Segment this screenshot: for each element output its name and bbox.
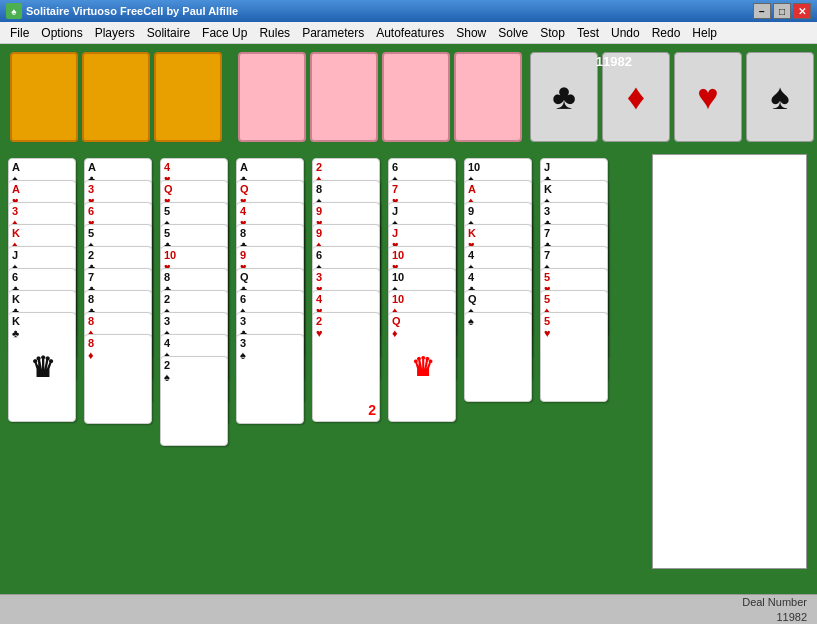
card-column-4[interactable]: A♣ Q♥ 4♥ 8♣ 9♥ Q♣ 6♦ 3♣ 3♠ bbox=[236, 158, 308, 578]
menu-stop[interactable]: Stop bbox=[534, 24, 571, 42]
menu-help[interactable]: Help bbox=[686, 24, 723, 42]
menu-show[interactable]: Show bbox=[450, 24, 492, 42]
menu-rules[interactable]: Rules bbox=[253, 24, 296, 42]
menu-faceup[interactable]: Face Up bbox=[196, 24, 253, 42]
freecell-slot-1[interactable] bbox=[10, 52, 78, 142]
card-face[interactable]: Q♦ ♛ bbox=[388, 312, 456, 422]
foundation-slot-4[interactable] bbox=[454, 52, 522, 142]
suit-display: ♣ ♦ ♥ ♠ bbox=[530, 52, 814, 142]
freecell-slot-2[interactable] bbox=[82, 52, 150, 142]
card-face[interactable]: K♣ ♛ bbox=[8, 312, 76, 422]
card-column-8[interactable]: J♣ K♠ 3♣ 7♣ 7♠ 5♥ 5♦ 5♥ bbox=[540, 158, 612, 578]
foundation-slot-3[interactable] bbox=[382, 52, 450, 142]
card[interactable]: 8♦ bbox=[84, 334, 152, 424]
menu-undo[interactable]: Undo bbox=[605, 24, 646, 42]
menu-test[interactable]: Test bbox=[571, 24, 605, 42]
card[interactable]: 2♥ 2 bbox=[312, 312, 380, 422]
columns-area: A♠A♠ A♥ 3♦ K♦ J♠ 6♣ K♣ K♣ ♛ A♣ 3♥ 6♥ 5♠ bbox=[0, 154, 620, 582]
card-column-2[interactable]: A♣ 3♥ 6♥ 5♠ 2♣ 7♣ 8♣ 8♦ 8♦ bbox=[84, 158, 156, 578]
title-bar-controls: − □ ✕ bbox=[753, 3, 811, 19]
menu-solve[interactable]: Solve bbox=[492, 24, 534, 42]
score-display: 11982 bbox=[596, 54, 632, 69]
freecell-area bbox=[10, 52, 222, 142]
suit-card-spades: ♠ bbox=[746, 52, 814, 142]
card-column-6[interactable]: 6♠ 7♥ J♠ J♥ 10♥ 10♠ 10♦ Q♦ ♛ bbox=[388, 158, 460, 578]
card-column-3[interactable]: 4♥ Q♥ 5♠ 5♣ 10♥ 8♣ 2♠ 3♠ 4♠ 2♠ bbox=[160, 158, 232, 578]
card-column-7[interactable]: 10♠ A♦ 9♠ K♥ 4♠ 4♣ Q♠ ♠ bbox=[464, 158, 536, 578]
foundation-area bbox=[238, 52, 522, 142]
menu-autofeatures[interactable]: Autofeatures bbox=[370, 24, 450, 42]
game-area: ♣ ♦ ♥ ♠ 11982 A♠A♠ A♥ 3♦ K♦ J♠ 6♣ K♣ K♣ … bbox=[0, 44, 817, 624]
right-panel bbox=[652, 154, 807, 569]
deal-label: Deal Number bbox=[742, 595, 807, 609]
card[interactable]: ♠ bbox=[464, 312, 532, 402]
menu-bar: File Options Players Solitaire Face Up R… bbox=[0, 22, 817, 44]
maximize-button[interactable]: □ bbox=[773, 3, 791, 19]
card[interactable]: 3♠ bbox=[236, 334, 304, 424]
suit-card-hearts: ♥ bbox=[674, 52, 742, 142]
card-column-5[interactable]: 2♦ 8♠ 9♥ 9♦ 6♠ 3♥ 4♥ 2♥ 2 bbox=[312, 158, 384, 578]
menu-parameters[interactable]: Parameters bbox=[296, 24, 370, 42]
card[interactable]: 5♥ bbox=[540, 312, 608, 402]
close-button[interactable]: ✕ bbox=[793, 3, 811, 19]
menu-file[interactable]: File bbox=[4, 24, 35, 42]
card[interactable]: 2♠ bbox=[160, 356, 228, 446]
top-zone: ♣ ♦ ♥ ♠ bbox=[0, 44, 817, 150]
deal-info: Deal Number 11982 bbox=[742, 595, 807, 624]
suit-card-clubs: ♣ bbox=[530, 52, 598, 142]
app-icon: ♠ bbox=[6, 3, 22, 19]
deal-number: 11982 bbox=[742, 610, 807, 624]
menu-players[interactable]: Players bbox=[89, 24, 141, 42]
freecell-slot-3[interactable] bbox=[154, 52, 222, 142]
menu-solitaire[interactable]: Solitaire bbox=[141, 24, 196, 42]
status-bar: Deal Number 11982 bbox=[0, 594, 817, 624]
menu-options[interactable]: Options bbox=[35, 24, 88, 42]
minimize-button[interactable]: − bbox=[753, 3, 771, 19]
title-bar-text: Solitaire Virtuoso FreeCell by Paul Alfi… bbox=[26, 5, 753, 17]
foundation-slot-2[interactable] bbox=[310, 52, 378, 142]
foundation-slot-1[interactable] bbox=[238, 52, 306, 142]
title-bar: ♠ Solitaire Virtuoso FreeCell by Paul Al… bbox=[0, 0, 817, 22]
card-column-1[interactable]: A♠A♠ A♥ 3♦ K♦ J♠ 6♣ K♣ K♣ ♛ bbox=[8, 158, 80, 578]
menu-redo[interactable]: Redo bbox=[646, 24, 687, 42]
